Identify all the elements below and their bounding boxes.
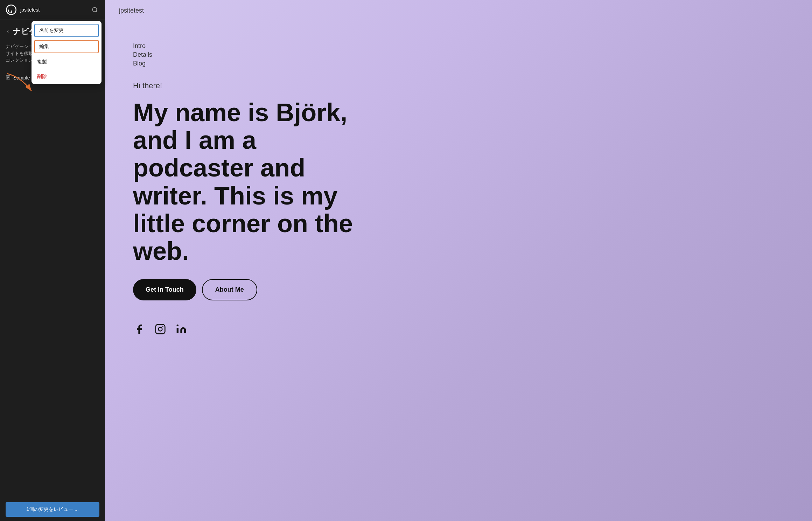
hero-heading: My name is Björk, and I am a podcaster a… bbox=[133, 99, 378, 265]
hero-section: Intro Details Blog Hi there! My name is … bbox=[105, 21, 812, 521]
sidebar-footer: 1個の変更をレビュー ... bbox=[0, 498, 105, 521]
linkedin-icon[interactable] bbox=[175, 323, 188, 335]
hero-text-area: Hi there! My name is Björk, and I am a p… bbox=[133, 81, 784, 335]
svg-rect-12 bbox=[177, 328, 178, 333]
page-icon bbox=[6, 75, 10, 81]
main-content: jpsitetest Intro Details Blog Hi there! … bbox=[105, 0, 812, 521]
duplicate-menu-item[interactable]: 複製 bbox=[31, 55, 102, 69]
svg-line-2 bbox=[96, 11, 97, 12]
svg-point-1 bbox=[92, 7, 97, 12]
review-changes-button[interactable]: 1個の変更をレビュー ... bbox=[6, 502, 99, 517]
delete-menu-item[interactable]: 削除 bbox=[31, 69, 102, 84]
instagram-icon[interactable] bbox=[154, 323, 167, 335]
site-header: jpsitetest bbox=[105, 0, 812, 21]
facebook-icon[interactable] bbox=[133, 323, 146, 335]
sidebar: jpsitetest ‹ ナビゲーション ⋮ ナビゲーションメニューは、訪問者が… bbox=[0, 0, 105, 521]
nav-link-details[interactable]: Details bbox=[133, 51, 784, 58]
search-button[interactable] bbox=[90, 5, 99, 14]
sidebar-header: jpsitetest bbox=[0, 0, 105, 20]
hero-buttons: Get In Touch About Me bbox=[133, 279, 784, 300]
svg-point-10 bbox=[159, 327, 162, 331]
get-in-touch-button[interactable]: Get In Touch bbox=[133, 279, 196, 300]
nav-link-intro[interactable]: Intro bbox=[133, 42, 784, 50]
social-links bbox=[133, 323, 784, 335]
svg-point-11 bbox=[162, 326, 163, 327]
nav-link-blog[interactable]: Blog bbox=[133, 60, 784, 67]
rename-menu-item[interactable]: 名前を変更 bbox=[34, 24, 99, 37]
svg-point-13 bbox=[177, 325, 178, 326]
edit-menu-item[interactable]: 編集 bbox=[34, 40, 99, 53]
site-nav-links: Intro Details Blog bbox=[133, 42, 784, 67]
site-title: jpsitetest bbox=[20, 7, 87, 13]
context-menu: 名前を変更 編集 複製 削除 bbox=[31, 21, 102, 84]
wordpress-logo-icon bbox=[6, 4, 17, 15]
svg-rect-9 bbox=[156, 325, 165, 334]
back-button[interactable]: ‹ bbox=[6, 27, 10, 36]
site-name: jpsitetest bbox=[119, 7, 144, 14]
search-icon bbox=[92, 7, 98, 13]
hero-greeting: Hi there! bbox=[133, 81, 784, 90]
about-me-button[interactable]: About Me bbox=[202, 279, 257, 300]
